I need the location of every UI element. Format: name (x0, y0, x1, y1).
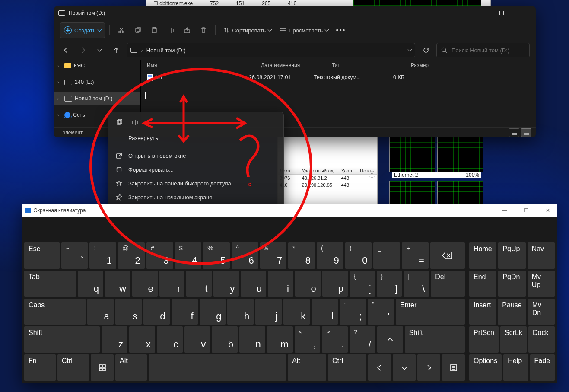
cut-button[interactable] (114, 23, 129, 38)
delete-button[interactable] (196, 23, 211, 38)
paste-button[interactable] (147, 23, 162, 38)
key-char[interactable]: ~` (61, 242, 88, 269)
key-s[interactable]: s (115, 299, 142, 325)
osk-titlebar[interactable]: Экранная клавиатура — ☐ ✕ (22, 204, 557, 217)
key-char[interactable]: }] (377, 271, 402, 297)
ctx-expand[interactable]: Развернуть (111, 131, 281, 145)
key-mvup[interactable]: Mv Up (528, 271, 555, 297)
view-button[interactable]: Просмотреть (277, 23, 332, 38)
key-m[interactable]: m (267, 326, 293, 353)
key-k[interactable]: k (283, 299, 310, 325)
recent-button[interactable] (93, 43, 106, 57)
key-ctrl[interactable]: Ctrl (328, 354, 366, 381)
forward-button[interactable] (77, 43, 89, 57)
key-tab[interactable]: Tab (24, 271, 76, 297)
search-input[interactable] (451, 47, 525, 54)
search-bar[interactable] (436, 43, 530, 57)
key-fade[interactable]: Fade (530, 354, 555, 381)
key-o[interactable]: o (295, 271, 321, 297)
tree-item[interactable]: ›240 (E:) (54, 76, 140, 88)
key-z[interactable]: z (102, 326, 127, 353)
key-d[interactable]: d (143, 299, 170, 325)
key-w[interactable]: w (105, 271, 130, 297)
key-a[interactable]: a (87, 299, 114, 325)
ctx-open-new-window[interactable]: Открыть в новом окне (111, 149, 281, 163)
key-esc[interactable]: Esc (24, 242, 60, 269)
key-9[interactable]: (9 (317, 242, 343, 269)
key-n[interactable]: n (239, 326, 265, 353)
column-headers[interactable]: Имя˄ Дата изменения Тип Размер (141, 60, 536, 71)
key-l[interactable]: l (312, 299, 338, 325)
key-char[interactable]: {[ (350, 271, 375, 297)
maximize-button[interactable] (492, 6, 512, 20)
key-scrlk[interactable]: ScrLk (500, 326, 527, 353)
up-button[interactable] (110, 43, 123, 57)
key-ctrl[interactable]: Ctrl (57, 354, 89, 381)
key-char[interactable]: ?/ (350, 326, 375, 353)
ctx-format[interactable]: Форматировать... (111, 163, 281, 176)
key-win-icon[interactable] (91, 354, 114, 381)
key-g[interactable]: g (200, 299, 226, 325)
key-pause[interactable]: Pause (498, 299, 526, 325)
key-x[interactable]: x (129, 326, 155, 353)
col-type[interactable]: Тип (326, 62, 384, 68)
key-shift[interactable]: Shift (24, 326, 100, 353)
key-right-icon[interactable] (417, 354, 440, 381)
ctx-pin-quick-access[interactable]: Закрепить на панели быстрого доступа (111, 176, 281, 190)
col-size[interactable]: Размер (384, 62, 435, 68)
key-f[interactable]: f (172, 299, 198, 325)
key-y[interactable]: y (213, 271, 239, 297)
key-pgup[interactable]: PgUp (498, 242, 525, 269)
chevron-up-icon[interactable]: ⌃ (369, 171, 375, 178)
key-nav[interactable]: Nav (528, 242, 555, 269)
back-button[interactable] (60, 43, 73, 57)
key-end[interactable]: End (469, 271, 496, 297)
key-h[interactable]: h (227, 299, 254, 325)
rename-button[interactable] (163, 23, 178, 38)
key-char[interactable]: >. (322, 326, 348, 353)
key-t[interactable]: t (186, 271, 212, 297)
key-r[interactable]: r (159, 271, 185, 297)
key-shift[interactable]: Shift (405, 326, 465, 353)
key-alt[interactable]: Alt (288, 354, 326, 381)
refresh-button[interactable] (420, 43, 432, 57)
key-8[interactable]: *8 (288, 242, 315, 269)
key-fn[interactable]: Fn (24, 354, 56, 381)
key-4[interactable]: $4 (175, 242, 202, 269)
ctx-pin-start[interactable]: Закрепить на начальном экране (111, 190, 281, 204)
osk-minimize-button[interactable]: — (495, 204, 514, 217)
share-button[interactable] (180, 23, 194, 38)
ctx-rename-button[interactable] (128, 116, 141, 128)
key-options[interactable]: Options (469, 354, 502, 381)
titlebar[interactable]: Новый том (D:) (54, 6, 536, 20)
key-dock[interactable]: Dock (528, 326, 555, 353)
key-pgdn[interactable]: PgDn (498, 271, 525, 297)
key-3[interactable]: #3 (146, 242, 173, 269)
sort-button[interactable]: Сортировать (220, 23, 275, 38)
key-char[interactable]: <, (295, 326, 321, 353)
key-space[interactable] (149, 354, 286, 381)
new-button[interactable]: Создать (60, 22, 105, 38)
key-down-icon[interactable] (393, 354, 416, 381)
key-c[interactable]: c (157, 326, 183, 353)
view-details-button[interactable] (509, 128, 519, 137)
key-b[interactable]: b (212, 326, 238, 353)
more-button[interactable]: ••• (334, 23, 348, 38)
key-del[interactable]: Del (431, 271, 465, 297)
key-5[interactable]: %5 (203, 242, 230, 269)
osk-maximize-button[interactable]: ☐ (517, 204, 536, 217)
tree-item[interactable]: ›КЯС (54, 60, 140, 72)
col-date[interactable]: Дата изменения (255, 62, 326, 68)
key-up-icon[interactable] (377, 326, 403, 353)
key-0[interactable]: )0 (345, 242, 372, 269)
key-alt[interactable]: Alt (115, 354, 147, 381)
key-caps[interactable]: Caps (24, 299, 86, 325)
key-char[interactable]: _- (373, 242, 400, 269)
close-button[interactable] (512, 6, 531, 20)
key-i[interactable]: i (268, 271, 293, 297)
key-j[interactable]: j (255, 299, 282, 325)
key-backspace-icon[interactable] (430, 242, 465, 269)
key-char[interactable]: |\ (404, 271, 429, 297)
key-prtscn[interactable]: PrtScn (469, 326, 499, 353)
key-7[interactable]: &7 (260, 242, 287, 269)
